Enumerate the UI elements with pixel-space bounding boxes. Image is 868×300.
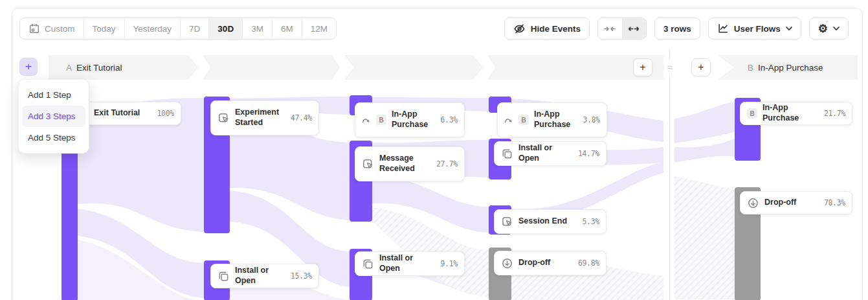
node-percent: 3.8% <box>583 115 601 124</box>
node-label: Experiment Started <box>235 108 285 128</box>
flow-break-separator: ≈ <box>663 60 676 74</box>
plus-icon: + <box>698 62 704 73</box>
gear-icon: ⚙ <box>818 23 828 34</box>
menu-item-label: Add 1 Step <box>28 90 71 100</box>
add-column-button[interactable]: + <box>633 58 652 76</box>
node-label: Drop-off <box>764 198 796 208</box>
node-percent: 5.3% <box>583 217 600 226</box>
date-range-yesterday[interactable]: Yesterday <box>125 18 181 39</box>
drop-off-icon <box>501 257 513 270</box>
date-range-label: Yesterday <box>133 24 172 34</box>
node-label: Message Received <box>379 154 431 174</box>
view-selector-label: User Flows <box>734 24 781 34</box>
toolbar: Custom Today Yesterday 7D 30D 3M 6M 12M … <box>19 17 849 40</box>
node-label: Session End <box>518 216 567 227</box>
step-a-header: A Exit Tutorial <box>66 55 122 80</box>
menu-item-label: Add 5 Steps <box>28 133 76 143</box>
node-percent: 15.3% <box>291 271 312 281</box>
chart-icon <box>717 23 729 34</box>
step-b-title: In-App Purchase <box>758 63 823 73</box>
chevron-down-icon <box>833 27 840 30</box>
node-label: Exit Tutorial <box>94 108 140 119</box>
menu-item-add-3-steps[interactable]: Add 3 Steps <box>22 106 85 127</box>
node-card-in-app-purchase[interactable]: B In-App Purchase 6.3% <box>355 102 465 137</box>
add-step-button[interactable]: + <box>19 58 38 76</box>
node-card-message-received[interactable]: Message Received 27.7% <box>355 146 465 181</box>
rows-label: 3 rows <box>663 24 691 34</box>
hide-events-button[interactable]: Hide Events <box>504 17 590 40</box>
plus-icon: + <box>640 62 645 73</box>
approx-symbol: ≈ <box>667 62 673 73</box>
node-card-session-end[interactable]: Session End 5.3% <box>494 209 606 234</box>
node-percent: 69.8% <box>578 259 599 268</box>
date-range-6m[interactable]: 6M <box>273 18 302 39</box>
date-range-7d[interactable]: 7D <box>181 18 209 39</box>
node-label: Install or Open <box>235 266 285 286</box>
copy-icon <box>362 258 374 270</box>
copy-icon <box>501 148 513 160</box>
hide-events-label: Hide Events <box>531 24 581 34</box>
flow-arrow-icon <box>362 116 371 124</box>
menu-item-add-1-step[interactable]: Add 1 Step <box>22 84 85 106</box>
collapse-columns-button[interactable] <box>598 18 622 39</box>
badge-b: B <box>747 108 757 119</box>
date-range-12m[interactable]: 12M <box>302 18 336 39</box>
date-range-label: Custom <box>45 24 75 34</box>
date-range-today[interactable]: Today <box>84 18 125 39</box>
cursor-click-icon <box>501 216 513 228</box>
node-percent: 21.7% <box>824 109 845 118</box>
step-b-prefix: B <box>748 63 753 73</box>
eye-off-icon <box>513 23 526 35</box>
node-card-drop-off[interactable]: Drop-off 69.8% <box>494 251 606 275</box>
node-card-install-or-open[interactable]: Install or Open 14.7% <box>494 141 606 166</box>
node-percent: 27.7% <box>436 159 458 168</box>
badge-b: B <box>518 115 529 125</box>
step-header-segment-2[interactable] <box>202 55 340 80</box>
node-card-in-app-purchase-b[interactable]: B In-App Purchase 21.7% <box>740 102 852 125</box>
rows-button[interactable]: 3 rows <box>654 17 700 40</box>
settings-button[interactable]: ⚙ <box>809 17 849 40</box>
panel-divider <box>669 49 670 300</box>
chevron-down-icon <box>786 27 792 30</box>
date-range-selector: Custom Today Yesterday 7D 30D 3M 6M 12M <box>19 17 337 40</box>
node-label: Install or Open <box>379 253 436 273</box>
date-range-30d[interactable]: 30D <box>209 18 243 39</box>
toolbar-right-group: Hide Events 3 rows User Flows ⚙ <box>504 17 849 40</box>
menu-item-add-5-steps[interactable]: Add 5 Steps <box>22 127 85 148</box>
node-card-experiment-started[interactable]: Experiment Started 47.4% <box>210 100 319 135</box>
flow-arrow-icon <box>504 116 513 124</box>
expand-columns-icon <box>627 24 640 34</box>
node-label: Install or Open <box>518 143 573 163</box>
calendar-icon <box>28 23 40 34</box>
plus-icon: + <box>25 60 32 73</box>
node-label: In-App Purchase <box>392 110 436 130</box>
copy-icon <box>217 270 230 283</box>
node-card-in-app-purchase[interactable]: B In-App Purchase 3.8% <box>497 102 607 137</box>
date-range-custom[interactable]: Custom <box>20 18 84 39</box>
node-card-install-or-open[interactable]: Install or Open 9.1% <box>355 251 465 276</box>
date-range-label: 6M <box>281 24 293 34</box>
step-a-title: Exit Tutorial <box>76 63 122 73</box>
node-card-install-or-open[interactable]: Install or Open 15.3% <box>210 264 319 288</box>
node-percent: 9.1% <box>441 259 458 268</box>
column-width-toggle <box>597 17 647 40</box>
user-flows-app: Custom Today Yesterday 7D 30D 3M 6M 12M … <box>0 0 868 300</box>
cursor-click-icon <box>217 112 230 124</box>
date-range-label: 12M <box>311 24 328 34</box>
node-card-drop-off-b[interactable]: Drop-off 78.3% <box>740 191 852 214</box>
drop-off-icon <box>747 197 759 209</box>
view-selector-button[interactable]: User Flows <box>708 17 801 40</box>
step-header-segment-3[interactable] <box>344 55 483 80</box>
date-range-3m[interactable]: 3M <box>243 18 273 39</box>
expand-columns-button[interactable] <box>622 18 646 39</box>
node-label: In-App Purchase <box>534 110 578 130</box>
add-column-button-b[interactable]: + <box>691 58 711 76</box>
step-b-header: B In-App Purchase <box>748 55 823 80</box>
node-percent: 100% <box>157 109 175 118</box>
add-steps-menu: Add 1 Step Add 3 Steps Add 5 Steps <box>18 79 89 154</box>
collapse-columns-icon <box>603 24 616 34</box>
menu-item-label: Add 3 Steps <box>28 111 76 121</box>
date-range-label: Today <box>93 24 116 34</box>
badge-b: B <box>376 115 386 125</box>
node-label: Drop-off <box>518 258 550 268</box>
